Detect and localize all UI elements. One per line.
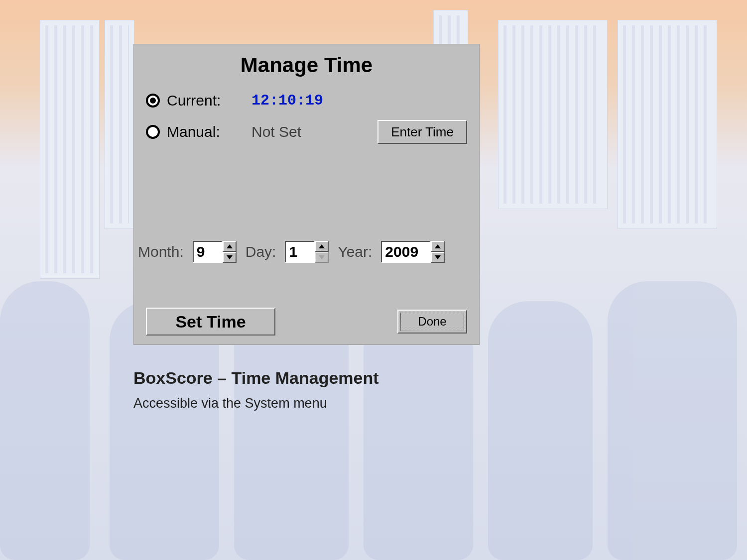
chevron-down-icon: [435, 255, 441, 259]
month-input[interactable]: [193, 241, 223, 263]
date-row: Month: Day: Year:: [138, 241, 467, 263]
chevron-down-icon: [227, 255, 233, 259]
month-up-button[interactable]: [223, 241, 237, 252]
set-time-label: Set Time: [175, 312, 246, 332]
enter-time-button[interactable]: Enter Time: [377, 120, 467, 144]
manual-time-row: Manual: Not Set Enter Time: [146, 120, 467, 144]
year-label: Year:: [338, 243, 372, 260]
current-label: Current:: [167, 92, 242, 109]
current-time-value: 12:10:19: [251, 92, 323, 109]
day-down-button[interactable]: [315, 252, 329, 263]
dialog-footer: Set Time Done: [146, 308, 467, 336]
set-time-button[interactable]: Set Time: [146, 308, 275, 336]
year-input[interactable]: [381, 241, 431, 263]
manual-label: Manual:: [167, 123, 242, 140]
caption-subtitle: Accessible via the System menu: [133, 396, 482, 411]
day-spinner: [285, 241, 329, 263]
current-radio[interactable]: [146, 94, 160, 108]
enter-time-label: Enter Time: [391, 124, 454, 140]
month-label: Month:: [138, 243, 184, 260]
radio-selected-icon: [150, 98, 156, 104]
month-spinner: [193, 241, 237, 263]
day-up-button[interactable]: [315, 241, 329, 252]
day-label: Day:: [246, 243, 276, 260]
done-button[interactable]: Done: [397, 310, 467, 334]
manage-time-dialog: Manage Time Current: 12:10:19 Manual: No…: [133, 44, 480, 345]
done-label: Done: [418, 315, 446, 329]
year-up-button[interactable]: [431, 241, 445, 252]
slide-caption: BoxScore – Time Management Accessible vi…: [133, 368, 482, 411]
manual-radio[interactable]: [146, 125, 160, 139]
dialog-title: Manage Time: [146, 53, 467, 77]
current-time-row: Current: 12:10:19: [146, 92, 467, 109]
chevron-up-icon: [227, 244, 233, 248]
manual-time-value: Not Set: [251, 123, 301, 140]
chevron-up-icon: [435, 244, 441, 248]
caption-title: BoxScore – Time Management: [133, 368, 482, 388]
year-down-button[interactable]: [431, 252, 445, 263]
month-down-button[interactable]: [223, 252, 237, 263]
year-spinner: [381, 241, 445, 263]
day-input[interactable]: [285, 241, 315, 263]
chevron-down-icon: [319, 255, 325, 259]
chevron-up-icon: [319, 244, 325, 248]
